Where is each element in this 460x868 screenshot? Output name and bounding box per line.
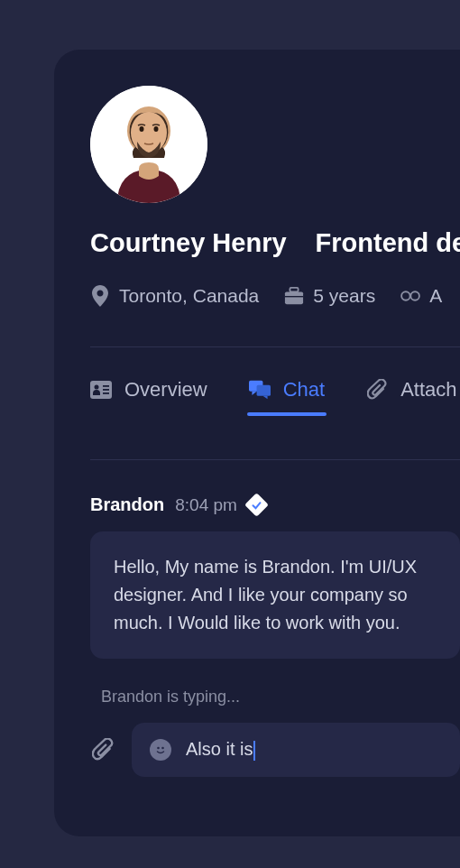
message-bubble: Hello, My name is Brandon. I'm UI/UX des… — [90, 531, 460, 659]
meta-row: Toronto, Canada 5 years A — [90, 285, 460, 307]
svg-point-17 — [157, 747, 160, 750]
tabs: Overview Chat Attach — [90, 378, 460, 414]
read-receipt-icon — [244, 493, 269, 517]
location-icon — [90, 286, 110, 306]
tab-overview[interactable]: Overview — [90, 378, 207, 414]
profile-card: Courtney Henry Frontend de Toronto, Cana… — [54, 50, 460, 836]
sender-name: Brandon — [90, 494, 164, 515]
eyes-icon — [400, 286, 420, 306]
tab-attachments-label: Attach — [400, 378, 456, 402]
svg-rect-14 — [103, 392, 109, 394]
profile-name: Courtney Henry — [90, 228, 287, 258]
experience-text: 5 years — [313, 285, 375, 307]
typing-indicator: Brandon is typing... — [101, 688, 460, 706]
avatar[interactable] — [90, 86, 207, 203]
chat-icon — [249, 379, 271, 401]
paperclip-icon — [366, 379, 388, 401]
overview-icon — [90, 379, 112, 401]
svg-rect-16 — [256, 385, 270, 396]
divider — [90, 346, 460, 347]
briefcase-icon — [284, 286, 304, 306]
message-input-row: Also it is — [90, 723, 460, 777]
tab-chat[interactable]: Chat — [249, 378, 325, 414]
svg-point-8 — [401, 291, 410, 300]
location-item: Toronto, Canada — [90, 285, 259, 307]
svg-point-3 — [140, 126, 144, 132]
message-text: Hello, My name is Brandon. I'm UI/UX des… — [114, 557, 417, 633]
text-cursor — [253, 741, 255, 761]
svg-point-11 — [95, 385, 99, 390]
divider — [90, 459, 460, 460]
message-header: Brandon 8:04 pm — [90, 494, 460, 515]
input-text: Also it is — [186, 739, 255, 761]
extra-item: A — [400, 285, 442, 307]
tab-overview-label: Overview — [124, 378, 207, 402]
emoji-button[interactable] — [150, 739, 171, 761]
tab-attachments[interactable]: Attach — [366, 378, 456, 414]
svg-point-18 — [161, 747, 164, 750]
svg-rect-5 — [285, 291, 303, 304]
svg-rect-6 — [290, 288, 299, 292]
tab-chat-label: Chat — [283, 378, 325, 402]
profile-role: Frontend de — [316, 228, 460, 258]
attach-button[interactable] — [90, 737, 115, 762]
svg-point-4 — [154, 126, 159, 132]
name-row: Courtney Henry Frontend de — [90, 228, 460, 258]
svg-point-2 — [131, 112, 167, 153]
extra-text: A — [429, 285, 442, 307]
svg-point-9 — [411, 291, 420, 300]
svg-rect-13 — [103, 389, 109, 391]
location-text: Toronto, Canada — [119, 285, 259, 307]
svg-rect-7 — [285, 296, 303, 297]
message-time: 8:04 pm — [175, 495, 237, 515]
message-input[interactable]: Also it is — [132, 723, 460, 777]
experience-item: 5 years — [284, 285, 375, 307]
svg-rect-12 — [103, 385, 109, 387]
